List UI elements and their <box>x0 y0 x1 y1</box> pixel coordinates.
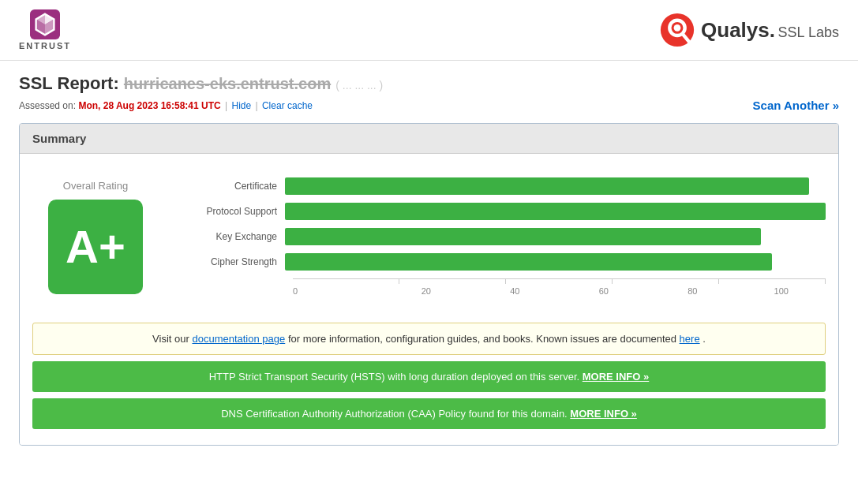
grade-box: A+ <box>48 200 143 294</box>
report-ip: ( ... ... ... ) <box>335 79 383 91</box>
hsts-more-info-link[interactable]: MORE INFO » <box>583 371 650 383</box>
entrust-logo: ENTRUST <box>19 9 71 50</box>
bar-label: Cipher Strength <box>190 256 285 267</box>
bar-row: Cipher Strength <box>190 253 826 271</box>
bar-label: Protocol Support <box>190 206 285 217</box>
scan-another-link[interactable]: Scan Another » <box>753 99 839 112</box>
entrust-label: ENTRUST <box>19 41 71 50</box>
assessed-date: Mon, 28 Aug 2023 16:58:41 UTC <box>78 100 220 111</box>
qualys-brand: Qualys. <box>701 18 775 42</box>
known-issues-link[interactable]: here <box>680 333 700 345</box>
banner-caa: DNS Certification Authority Authorizatio… <box>32 398 826 429</box>
axis-tick <box>613 279 719 284</box>
banner-doc-text3: . <box>703 333 706 345</box>
axis-label: 20 <box>382 286 471 296</box>
qualys-subtitle: SSL Labs <box>778 24 839 40</box>
bar-track <box>285 177 826 195</box>
bar-fill <box>285 228 761 245</box>
banner-doc-text1: Visit our <box>152 333 192 345</box>
bar-label: Key Exchange <box>190 231 285 242</box>
bar-fill <box>285 203 826 220</box>
documentation-page-link[interactable]: documentation page <box>192 333 285 345</box>
svg-point-9 <box>674 24 681 32</box>
banner-doc-text2: for more information, configuration guid… <box>288 333 680 345</box>
overall-label: Overall Rating <box>63 180 128 192</box>
summary-box: Summary Overall Rating A+ Certificate <box>19 123 839 446</box>
bar-fill <box>285 253 772 271</box>
clear-cache-link[interactable]: Clear cache <box>262 100 313 111</box>
page-content: SSL Report: hurricanes-eks.entrust.com (… <box>0 61 858 458</box>
bar-track <box>285 203 826 220</box>
axis-label: 0 <box>293 286 382 296</box>
separator-2: | <box>256 100 260 111</box>
separator-1: | <box>225 100 230 111</box>
grade-value: A+ <box>66 220 126 273</box>
axis-label: 60 <box>560 286 649 296</box>
qualys-text: Qualys. SSL Labs <box>701 18 839 43</box>
summary-title: Summary <box>32 132 86 145</box>
bar-row: Protocol Support <box>190 203 826 220</box>
bar-track <box>285 228 826 245</box>
banner-hsts-text: HTTP Strict Transport Security (HSTS) wi… <box>209 371 583 383</box>
report-title-prefix: SSL Report: <box>19 73 119 93</box>
assessed-label: Assessed on: <box>19 100 76 111</box>
bar-row: Key Exchange <box>190 228 826 245</box>
overall-rating: Overall Rating A+ <box>32 180 159 294</box>
info-banners: Visit our documentation page for more in… <box>32 323 826 429</box>
page-header: ENTRUST Qualys. SSL Labs <box>0 0 858 61</box>
bar-track <box>285 253 826 271</box>
bar-axis: 020406080100 <box>293 286 826 296</box>
entrust-icon <box>30 9 60 39</box>
bar-row: Certificate <box>190 177 826 195</box>
axis-label: 100 <box>737 286 826 296</box>
axis-tick <box>399 279 506 284</box>
bar-fill <box>285 177 809 195</box>
axis-label: 80 <box>648 286 737 296</box>
bar-chart: Certificate Protocol Support Key Exchang… <box>190 170 826 304</box>
report-title: SSL Report: hurricanes-eks.entrust.com (… <box>19 73 839 94</box>
rating-chart-row: Overall Rating A+ Certificate Protocol S… <box>32 170 826 304</box>
qualys-logo: Qualys. SSL Labs <box>660 13 839 47</box>
summary-body: Overall Rating A+ Certificate Protocol S… <box>20 154 838 445</box>
axis-tick <box>719 279 826 284</box>
axis-label: 40 <box>470 286 560 296</box>
axis-ticks <box>293 278 826 283</box>
banner-caa-text: DNS Certification Authority Authorizatio… <box>221 408 570 420</box>
hide-link[interactable]: Hide <box>231 100 251 111</box>
axis-tick <box>293 279 399 284</box>
banner-hsts: HTTP Strict Transport Security (HSTS) wi… <box>32 361 826 392</box>
qualys-icon <box>660 13 695 47</box>
bar-label: Certificate <box>190 181 285 192</box>
summary-header: Summary <box>20 124 838 154</box>
assessed-row: Assessed on: Mon, 28 Aug 2023 16:58:41 U… <box>19 99 839 112</box>
caa-more-info-link[interactable]: MORE INFO » <box>570 408 637 420</box>
banner-documentation: Visit our documentation page for more in… <box>32 323 826 355</box>
report-domain: hurricanes-eks.entrust.com <box>124 75 331 92</box>
axis-tick <box>506 279 613 284</box>
assessed-info: Assessed on: Mon, 28 Aug 2023 16:58:41 U… <box>19 100 313 111</box>
